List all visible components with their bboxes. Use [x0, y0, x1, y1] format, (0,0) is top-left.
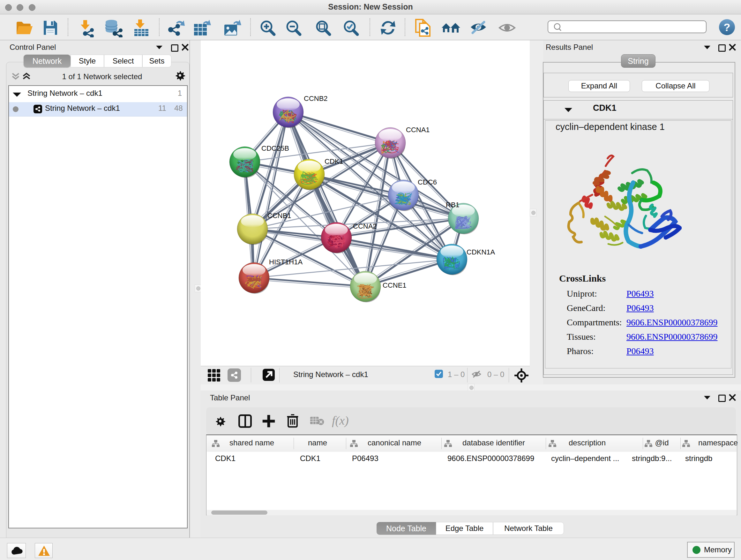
svg-text:CCNB2: CCNB2 — [304, 95, 328, 103]
svg-text:CCNE1: CCNE1 — [383, 281, 407, 289]
svg-text:?: ? — [724, 21, 731, 33]
svg-text:RB1: RB1 — [446, 201, 460, 209]
svg-text:CCNA1: CCNA1 — [406, 126, 430, 134]
svg-text:CDC25B: CDC25B — [261, 144, 289, 152]
svg-text:CDC6: CDC6 — [418, 178, 437, 186]
svg-text:CDKN1A: CDKN1A — [467, 248, 495, 256]
svg-text:CCNB1: CCNB1 — [267, 212, 291, 220]
svg-text:HIST1H1A: HIST1H1A — [269, 258, 302, 266]
svg-text:CDK1: CDK1 — [325, 158, 343, 165]
svg-text:CCNA2: CCNA2 — [353, 222, 377, 230]
